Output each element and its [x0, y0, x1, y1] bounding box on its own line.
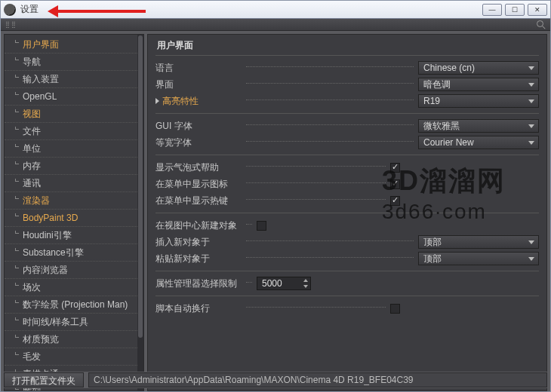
- insert-new-label: 插入新对象于: [155, 236, 245, 249]
- sidebar-item[interactable]: 导航: [5, 54, 143, 71]
- sidebar-scrollbar[interactable]: [137, 35, 143, 390]
- sidebar-item[interactable]: 毛发: [5, 348, 143, 366]
- sidebar-item[interactable]: 渲染器: [5, 192, 143, 210]
- dockbar: ⣿⣿: [1, 19, 550, 31]
- scheme-label: 界面: [155, 78, 245, 91]
- sidebar-item[interactable]: 用户界面: [5, 36, 143, 54]
- sidebar-item[interactable]: 场次: [5, 279, 143, 296]
- sidebar-item[interactable]: 单位: [5, 140, 143, 158]
- mono-font-dropdown[interactable]: Courier New: [418, 136, 539, 149]
- sidebar: 用户界面导航输入装置OpenGL视图文件单位内存通讯渲染器BodyPaint 3…: [4, 34, 144, 391]
- titlebar: 设置 — ☐ ✕: [1, 1, 550, 19]
- config-path-field[interactable]: C:\Users\Administrator\AppData\Roaming\M…: [88, 372, 547, 387]
- sidebar-item[interactable]: Houdini引擎: [5, 227, 143, 244]
- sidebar-item[interactable]: 时间线/样条工具: [5, 314, 143, 331]
- sidebar-item[interactable]: 内存: [5, 158, 143, 175]
- attr-limit-spinner[interactable]: 5000: [257, 277, 311, 290]
- sidebar-item[interactable]: 材质预览: [5, 331, 143, 348]
- menu-icon-checkbox[interactable]: [390, 179, 400, 189]
- app-icon: [4, 4, 16, 16]
- attr-limit-label: 属性管理器选择限制: [155, 277, 245, 290]
- center-new-checkbox[interactable]: [257, 221, 266, 231]
- sidebar-item[interactable]: BodyPaint 3D: [5, 210, 143, 227]
- sidebar-item[interactable]: 通讯: [5, 175, 143, 192]
- minimize-button[interactable]: —: [482, 4, 502, 16]
- settings-window: 设置 — ☐ ✕ ⣿⣿ 用户界面导航输入装置OpenGL视图文件单位内存通讯渲染…: [0, 0, 551, 392]
- highlight-dropdown[interactable]: R19: [418, 94, 539, 108]
- mono-font-label: 等宽字体: [155, 136, 245, 149]
- bubble-help-label: 显示气泡式帮助: [155, 161, 245, 174]
- language-dropdown[interactable]: Chinese (cn): [418, 61, 539, 75]
- gui-font-dropdown[interactable]: 微软雅黑: [418, 119, 539, 133]
- main-panel: 用户界面 语言 Chinese (cn) 界面 暗色调 高亮特性 R19: [147, 34, 547, 391]
- menu-hotkey-checkbox[interactable]: [390, 196, 400, 206]
- bubble-help-checkbox[interactable]: [390, 163, 400, 173]
- footer: 打开配置文件夹 C:\Users\Administrator\AppData\R…: [4, 372, 547, 388]
- language-label: 语言: [155, 62, 245, 75]
- gui-font-label: GUI 字体: [155, 120, 245, 133]
- chevron-right-icon[interactable]: [155, 98, 159, 104]
- sidebar-item[interactable]: Substance引擎: [5, 244, 143, 262]
- paste-new-label: 粘贴新对象于: [155, 253, 245, 265]
- insert-new-dropdown[interactable]: 顶部: [418, 235, 539, 249]
- sidebar-item[interactable]: 文件: [5, 123, 143, 140]
- maximize-button[interactable]: ☐: [505, 4, 525, 16]
- sidebar-item[interactable]: 内容浏览器: [5, 262, 143, 279]
- menu-icon-label: 在菜单中显示图标: [155, 178, 245, 191]
- spinner-up-icon[interactable]: [301, 277, 310, 283]
- section-title: 用户界面: [155, 38, 539, 56]
- paste-new-dropdown[interactable]: 顶部: [418, 252, 539, 265]
- open-config-folder-button[interactable]: 打开配置文件夹: [4, 372, 84, 387]
- search-icon[interactable]: [537, 20, 546, 29]
- sidebar-item[interactable]: OpenGL: [5, 88, 143, 106]
- grip-icon[interactable]: ⣿⣿: [5, 21, 17, 28]
- sidebar-item[interactable]: 视图: [5, 106, 143, 123]
- highlight-label: 高亮特性: [155, 95, 245, 108]
- center-new-label: 在视图中心新建对象: [155, 219, 245, 232]
- close-button[interactable]: ✕: [528, 4, 547, 16]
- window-title: 设置: [20, 3, 38, 16]
- sidebar-item[interactable]: 数字绘景 (Projection Man): [5, 296, 143, 314]
- menu-hotkey-label: 在菜单中显示热键: [155, 194, 245, 207]
- scheme-dropdown[interactable]: 暗色调: [418, 78, 539, 91]
- script-wrap-label: 脚本自动换行: [155, 302, 245, 315]
- spinner-down-icon[interactable]: [301, 283, 310, 289]
- sidebar-item[interactable]: 输入装置: [5, 71, 143, 88]
- script-wrap-checkbox[interactable]: [390, 304, 400, 314]
